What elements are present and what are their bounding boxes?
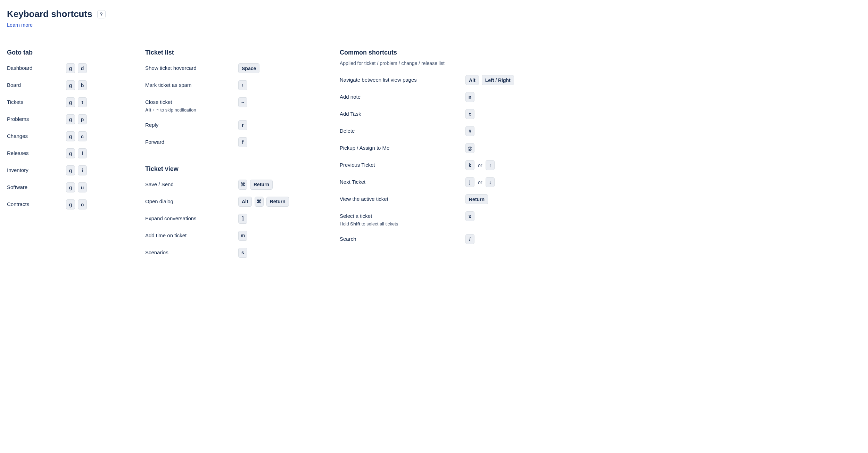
shortcut-label: Delete — [340, 127, 465, 134]
key: ↓ — [486, 177, 495, 187]
key: Left / Right — [482, 75, 514, 85]
shortcut-row: Mark ticket as spam! — [145, 80, 340, 90]
column-ticket: Ticket listShow ticket hovercardSpaceMar… — [145, 49, 340, 265]
shortcut-keys: n — [465, 92, 474, 102]
shortcut-label: Select a ticket — [340, 213, 465, 220]
shortcut-keys: gp — [66, 114, 87, 124]
key: Return — [465, 194, 488, 204]
key: g — [66, 63, 75, 73]
shortcut-keys: # — [465, 126, 474, 136]
key: Alt — [465, 75, 479, 85]
key: r — [238, 120, 247, 130]
shortcut-label: Releases — [7, 150, 66, 157]
shortcut-keys: r — [238, 120, 247, 130]
key: s — [238, 248, 247, 258]
key: o — [78, 199, 87, 209]
key: x — [465, 211, 474, 221]
key: f — [238, 137, 247, 147]
key: Return — [250, 180, 273, 190]
column-common: Common shortcutsApplied for ticket / pro… — [340, 49, 514, 265]
shortcut-keys: ⌘Return — [238, 180, 273, 190]
shortcut-keys: / — [465, 234, 474, 244]
key: d — [78, 63, 87, 73]
shortcut-row: Delete# — [340, 126, 514, 136]
column-goto: Goto tabDashboardgdBoardgbTicketsgtProbl… — [7, 49, 145, 265]
shortcut-label: Previous Ticket — [340, 162, 465, 168]
help-button[interactable]: ? — [97, 10, 106, 18]
key: g — [66, 114, 75, 124]
shortcut-keys: gd — [66, 63, 87, 73]
shortcut-keys: m — [238, 231, 247, 241]
shortcut-row: Inventorygi — [7, 165, 145, 175]
shortcut-row: Forwardf — [145, 137, 340, 147]
section-heading: Common shortcuts — [340, 49, 514, 56]
shortcut-label: Navigate between list view pages — [340, 76, 465, 83]
shortcut-keys: ] — [238, 214, 247, 224]
shortcut-label: Search — [340, 236, 465, 242]
key: g — [66, 148, 75, 158]
shortcut-row: Previous Ticketkor↑ — [340, 160, 514, 170]
shortcut-keys: go — [66, 199, 87, 209]
key: p — [78, 114, 87, 124]
shortcut-label: Add Task — [340, 110, 465, 117]
shortcut-keys: ~ — [238, 97, 247, 107]
key: t — [78, 97, 87, 107]
key: Alt — [238, 197, 252, 207]
key: # — [465, 126, 474, 136]
shortcut-keys: x — [465, 211, 474, 221]
key: ] — [238, 214, 247, 224]
key: g — [66, 199, 75, 209]
key: c — [78, 131, 87, 141]
key: j — [465, 177, 474, 187]
shortcut-label: Add time on ticket — [145, 232, 238, 239]
key: u — [78, 182, 87, 192]
shortcut-keys: Alt⌘Return — [238, 197, 289, 207]
shortcut-label: Software — [7, 184, 66, 191]
key: @ — [465, 143, 474, 153]
key: / — [465, 234, 474, 244]
key: ! — [238, 80, 247, 90]
shortcut-label: Next Ticket — [340, 179, 465, 186]
shortcut-keys: Return — [465, 194, 488, 204]
shortcut-keys: t — [465, 109, 474, 119]
shortcut-row: Softwaregu — [7, 182, 145, 192]
shortcut-hint: Alt + ~ to skip notification — [145, 107, 238, 113]
shortcut-label: Tickets — [7, 99, 66, 106]
shortcut-keys: gt — [66, 97, 87, 107]
shortcut-row: Pickup / Assign to Me@ — [340, 143, 514, 153]
shortcut-row: Select a ticketHold Shift to select all … — [340, 211, 514, 227]
key-separator: or — [477, 180, 483, 185]
shortcut-keys: gi — [66, 165, 87, 175]
key: g — [66, 182, 75, 192]
learn-more-link[interactable]: Learn more — [7, 22, 33, 28]
shortcut-row: Changesgc — [7, 131, 145, 141]
shortcut-row: Navigate between list view pagesAltLeft … — [340, 75, 514, 85]
shortcut-keys: Space — [238, 63, 259, 73]
key: g — [66, 97, 75, 107]
shortcut-row: Dashboardgd — [7, 63, 145, 73]
shortcut-label: Expand conversations — [145, 215, 238, 222]
shortcut-label: Board — [7, 82, 66, 89]
shortcut-keys: gc — [66, 131, 87, 141]
key: Return — [266, 197, 289, 207]
shortcut-keys: AltLeft / Right — [465, 75, 514, 85]
key: i — [78, 165, 87, 175]
shortcut-row: Contractsgo — [7, 199, 145, 209]
shortcut-row: Expand conversations] — [145, 214, 340, 224]
key: g — [66, 131, 75, 141]
key: ⌘ — [238, 180, 247, 190]
shortcut-label: Save / Send — [145, 181, 238, 188]
shortcut-columns: Goto tabDashboardgdBoardgbTicketsgtProbl… — [7, 49, 514, 265]
shortcut-row: Add noten — [340, 92, 514, 102]
shortcut-label: Dashboard — [7, 65, 66, 72]
key-separator: or — [477, 163, 483, 168]
shortcut-row: Ticketsgt — [7, 97, 145, 107]
shortcut-hint: Hold Shift to select all tickets — [340, 221, 465, 227]
shortcut-label: Inventory — [7, 167, 66, 174]
shortcut-row: Open dialogAlt⌘Return — [145, 197, 340, 207]
shortcut-keys: gb — [66, 80, 87, 90]
key: n — [465, 92, 474, 102]
shortcut-label: Reply — [145, 122, 238, 129]
shortcut-row: Save / Send⌘Return — [145, 180, 340, 190]
shortcut-row: Problemsgp — [7, 114, 145, 124]
